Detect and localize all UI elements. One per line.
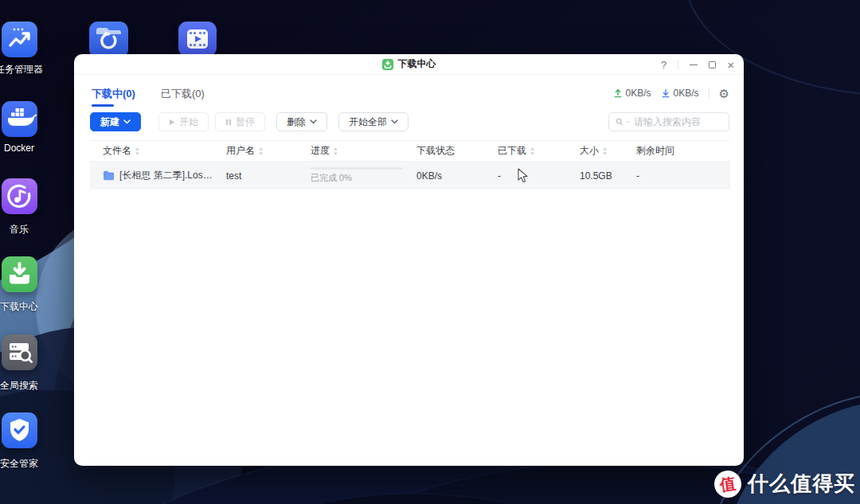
mouse-cursor: [518, 168, 529, 184]
video-player-icon[interactable]: [178, 21, 217, 57]
new-button[interactable]: 新建: [90, 112, 141, 131]
col-username-label: 用户名: [226, 144, 255, 158]
pause-icon: [225, 119, 232, 126]
speeds-divider: [709, 88, 710, 99]
sort-icon[interactable]: [333, 147, 338, 155]
file-name: [长相思 第二季].Lost.You.F...: [119, 169, 213, 182]
search-icon: [616, 117, 624, 127]
col-size-label: 大小: [580, 144, 599, 158]
file-backup-icon[interactable]: [89, 21, 128, 58]
music-icon[interactable]: [2, 178, 37, 214]
pause-button[interactable]: 暂停: [215, 112, 265, 131]
search-filter-caret-icon: [626, 120, 630, 123]
task-manager-icon[interactable]: [2, 21, 37, 57]
start-button-label: 开始: [179, 115, 198, 129]
maximize-button[interactable]: [709, 61, 716, 68]
download-center-label: 下载中心: [0, 300, 56, 314]
remaining-cell: -: [624, 170, 730, 182]
progress-bar: [311, 167, 402, 170]
col-remaining-label: 剩余时间: [636, 144, 674, 158]
col-filename-label: 文件名: [103, 144, 131, 158]
play-icon: [169, 119, 175, 126]
sort-icon[interactable]: [258, 147, 264, 155]
chevron-down-icon: [123, 119, 131, 124]
col-status-label: 下载状态: [416, 144, 455, 158]
start-button[interactable]: 开始: [158, 112, 209, 131]
controls-divider: [678, 60, 678, 69]
global-search-icon[interactable]: [2, 334, 37, 370]
settings-gear-icon[interactable]: ⚙: [719, 88, 729, 100]
user-cell: test: [213, 170, 298, 182]
delete-button-label: 删除: [287, 115, 306, 129]
watermark: 值 什么值得买: [714, 470, 855, 498]
col-progress-label: 进度: [311, 144, 330, 158]
download-speed-value: 0KB/s: [674, 88, 699, 99]
search-input[interactable]: [632, 115, 722, 128]
tabs: 下载中(0) 已下载(0): [90, 79, 206, 108]
table-header: 文件名 用户名 进度 下载状态 已下载: [90, 141, 730, 162]
close-button[interactable]: ×: [727, 59, 734, 71]
minimize-button[interactable]: [690, 64, 698, 65]
start-all-button[interactable]: 开始全部: [338, 112, 408, 131]
toolbar: 新建 开始 暂停 删除 开始全部: [74, 108, 744, 135]
upload-speed-value: 0KB/s: [626, 88, 651, 99]
progress-cell: 已完成 0%: [298, 167, 404, 184]
tab-downloaded[interactable]: 已下载(0): [159, 79, 206, 108]
docker-label: Docker: [0, 143, 56, 154]
download-center-icon[interactable]: [2, 256, 37, 292]
security-manager-icon[interactable]: [2, 412, 37, 448]
upload-arrow-icon: [613, 88, 623, 98]
col-size[interactable]: 大小: [567, 144, 624, 158]
folder-icon: [103, 170, 115, 181]
window-title: 下载中心: [398, 57, 436, 71]
delete-button[interactable]: 删除: [276, 112, 327, 131]
title-wrap: 下载中心: [382, 57, 436, 71]
col-downloaded[interactable]: 已下载: [485, 144, 567, 158]
search-box[interactable]: [608, 112, 729, 131]
desktop: 任务管理器 Docker 音乐 下载中心: [0, 0, 860, 504]
security-manager-label: 安全管家: [0, 457, 56, 471]
pause-button-label: 暂停: [236, 115, 255, 129]
start-all-button-label: 开始全部: [349, 115, 387, 129]
progress-caption: 已完成 0%: [311, 172, 404, 184]
download-speed: 0KB/s: [661, 88, 699, 99]
col-filename[interactable]: 文件名: [90, 144, 213, 158]
col-username[interactable]: 用户名: [213, 144, 298, 158]
titlebar[interactable]: 下载中心 ? ×: [74, 54, 744, 75]
sort-icon[interactable]: [602, 147, 608, 155]
global-search-label: 全局搜索: [0, 379, 56, 393]
watermark-badge: 值: [713, 468, 743, 498]
col-status[interactable]: 下载状态: [404, 144, 485, 158]
table-row[interactable]: [长相思 第二季].Lost.You.F... test 已完成 0% 0KB/…: [90, 162, 730, 189]
download-center-window: 下载中心 ? × 下载中(0) 已下载(0): [74, 54, 744, 466]
chevron-down-icon: [391, 119, 398, 124]
col-downloaded-label: 已下载: [498, 144, 526, 158]
docker-icon[interactable]: [2, 101, 37, 137]
help-button[interactable]: ?: [661, 60, 666, 70]
upload-speed: 0KB/s: [613, 88, 651, 99]
window-app-icon: [382, 59, 393, 70]
tab-downloading[interactable]: 下载中(0): [90, 79, 137, 108]
speed-indicators: 0KB/s 0KB/s ⚙: [613, 88, 729, 100]
download-arrow-icon: [661, 88, 670, 98]
file-cell[interactable]: [长相思 第二季].Lost.You.F...: [90, 169, 213, 182]
chevron-down-icon: [310, 119, 317, 124]
size-cell: 10.5GB: [567, 170, 624, 182]
sort-icon[interactable]: [135, 147, 140, 155]
download-table: 文件名 用户名 进度 下载状态 已下载: [90, 140, 730, 189]
music-label: 音乐: [0, 223, 56, 236]
sort-icon[interactable]: [530, 147, 535, 155]
col-remaining[interactable]: 剩余时间: [624, 144, 730, 158]
watermark-text: 什么值得买: [748, 470, 855, 498]
new-button-label: 新建: [100, 115, 119, 129]
task-manager-label: 任务管理器: [0, 63, 56, 76]
status-cell: 0KB/s: [404, 170, 485, 182]
col-progress[interactable]: 进度: [298, 144, 404, 158]
